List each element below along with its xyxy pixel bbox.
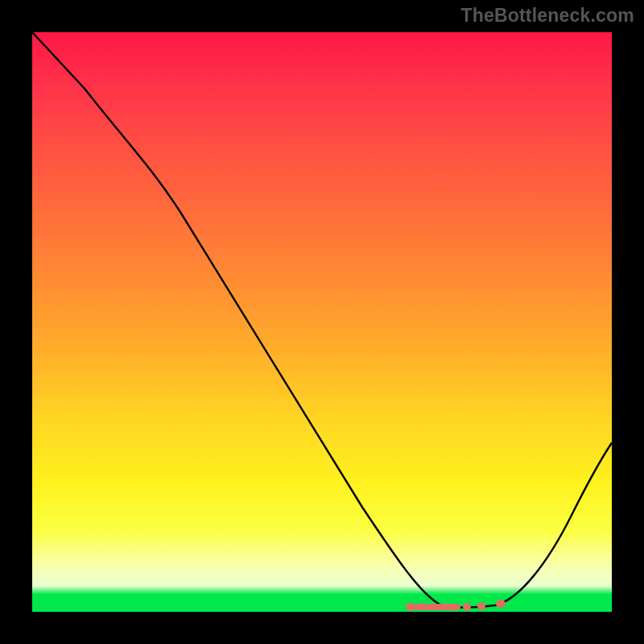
svg-point-4 <box>496 600 506 608</box>
svg-point-2 <box>463 603 471 611</box>
svg-point-3 <box>477 602 485 610</box>
watermark-text: TheBottleneck.com <box>460 5 634 27</box>
bottleneck-curve <box>32 32 612 608</box>
chart-frame: TheBottleneck.com <box>0 0 644 644</box>
curve-layer <box>32 32 612 612</box>
plot-area <box>32 32 612 612</box>
svg-rect-1 <box>414 604 460 610</box>
